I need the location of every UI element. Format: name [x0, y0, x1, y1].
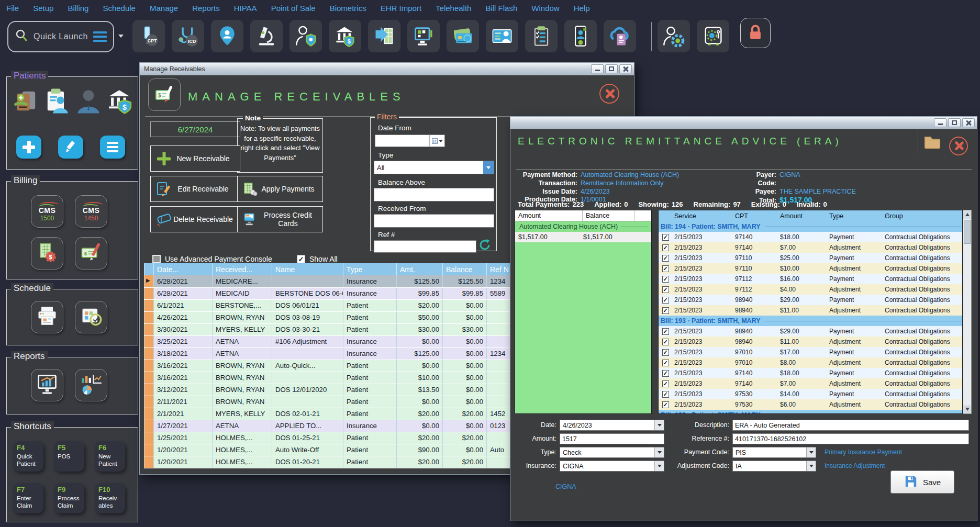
row-selector[interactable] — [144, 311, 154, 323]
line-checkbox[interactable] — [662, 276, 669, 283]
line-checkbox[interactable] — [662, 349, 669, 356]
shortcut-button[interactable]: F9 Process Claim — [54, 483, 84, 513]
telehealth-button[interactable] — [564, 20, 597, 52]
row-selector[interactable] — [144, 396, 154, 408]
menu-item[interactable]: Reports — [192, 4, 220, 13]
mr-close-icon-button[interactable] — [599, 84, 619, 104]
era-line-row[interactable]: 2/15/2023 97530 $14.00 Payment Contractu… — [659, 389, 963, 399]
menu-item[interactable]: Window — [531, 4, 559, 13]
current-date-field[interactable]: 6/27/2024 — [150, 121, 240, 137]
statements-button[interactable]: $ — [31, 237, 63, 270]
era-line-row[interactable]: 2/15/2023 97530 $6.00 Adjustment Contrac… — [659, 399, 963, 410]
column-header[interactable]: Service — [672, 210, 733, 221]
quick-launch-dropdown-caret[interactable] — [118, 35, 124, 38]
column-header[interactable]: Type — [827, 210, 883, 221]
column-header[interactable]: Received... — [213, 263, 272, 275]
tasks-checklist-button[interactable] — [525, 20, 558, 52]
line-checkbox[interactable] — [662, 328, 669, 335]
report-viewer-button[interactable] — [31, 369, 63, 401]
payment-code-select[interactable]: PIS — [732, 447, 816, 458]
era-line-row[interactable]: 2/15/2023 97112 $16.00 Payment Contractu… — [659, 274, 963, 284]
era-line-row[interactable]: 2/15/2023 97140 $18.00 Payment Contractu… — [659, 232, 963, 242]
reference-input[interactable] — [732, 433, 969, 444]
column-header[interactable]: Group — [883, 210, 963, 221]
line-checkbox[interactable] — [662, 380, 669, 387]
type-filter-select[interactable]: All — [374, 161, 494, 174]
close-button[interactable] — [962, 118, 975, 127]
era-titlebar[interactable] — [510, 117, 977, 129]
row-selector[interactable] — [144, 275, 154, 287]
row-selector[interactable] — [144, 299, 154, 311]
print-schedule-button[interactable] — [31, 301, 63, 333]
mr-titlebar[interactable]: Manage Receivables — [140, 63, 634, 75]
shortcut-button[interactable]: F5 POS — [54, 441, 84, 472]
minimize-button[interactable] — [934, 118, 946, 127]
row-selector[interactable] — [144, 456, 154, 468]
line-checkbox[interactable] — [662, 339, 669, 345]
era-line-row[interactable]: 2/15/2023 98940 $11.00 Adjustment Contra… — [659, 337, 963, 347]
open-folder-button[interactable] — [918, 131, 942, 153]
date-from-calendar-button[interactable] — [429, 134, 445, 147]
row-selector[interactable] — [144, 360, 154, 372]
menu-item[interactable]: Manage — [150, 4, 178, 13]
shortcut-button[interactable]: F4 Quick Patient — [13, 441, 43, 472]
line-checkbox[interactable] — [662, 401, 669, 408]
line-checkbox[interactable] — [662, 391, 669, 398]
payment-row[interactable]: $1,517.00 $1,517.00 — [515, 232, 651, 242]
patient-accounts-icon[interactable]: $ — [106, 87, 133, 115]
shortcut-button[interactable]: F10 Receiv-ables — [95, 483, 125, 513]
era-line-row[interactable]: 2/15/2023 98940 $29.00 Payment Contractu… — [659, 295, 963, 305]
labs-button[interactable] — [250, 20, 283, 52]
column-header[interactable]: CPT — [733, 210, 778, 221]
menu-item[interactable]: HIPAA — [234, 4, 257, 13]
row-selector[interactable] — [144, 384, 154, 396]
minimize-button[interactable] — [591, 64, 604, 73]
line-checkbox[interactable] — [662, 297, 669, 304]
menu-item[interactable]: EHR Import — [381, 4, 421, 13]
patient-id-button[interactable] — [486, 20, 518, 52]
user-settings-button[interactable] — [658, 20, 690, 52]
era-line-row[interactable]: 2/15/2023 97110 $25.00 Payment Contractu… — [659, 253, 963, 263]
row-selector[interactable] — [144, 323, 154, 335]
edit-receivable-button[interactable]: Edit Receivable — [150, 176, 240, 202]
row-selector[interactable] — [144, 287, 154, 299]
amount-input[interactable] — [560, 433, 664, 444]
date-from-input[interactable] — [375, 134, 429, 147]
scroll-up-arrow[interactable] — [963, 210, 971, 219]
type-select[interactable]: Check — [560, 447, 664, 458]
row-selector[interactable] — [144, 372, 154, 384]
cms-1500-button[interactable]: CMS1500 — [31, 195, 63, 228]
menu-item[interactable]: Telehealth — [436, 4, 471, 13]
menu-item[interactable]: Bill Flash — [485, 4, 517, 13]
line-checkbox[interactable] — [662, 234, 669, 241]
era-line-row[interactable]: 2/15/2023 97010 $8.00 Adjustment Contrac… — [659, 357, 963, 368]
print-checks-button[interactable]: $ — [75, 237, 107, 270]
scroll-down-arrow[interactable] — [963, 405, 971, 413]
row-selector[interactable] — [144, 335, 154, 347]
maximize-button[interactable] — [605, 64, 618, 73]
lock-button[interactable] — [740, 18, 771, 48]
new-receivable-button[interactable]: New Receivable — [150, 145, 240, 172]
chevron-down-icon[interactable] — [806, 447, 816, 457]
patient-security-button[interactable] — [289, 20, 322, 52]
credit-cards-button[interactable] — [447, 20, 479, 52]
column-header[interactable]: Amt. — [397, 263, 443, 275]
appointments-button[interactable] — [75, 301, 107, 333]
description-input[interactable] — [732, 420, 969, 431]
column-header[interactable]: Amount — [778, 210, 827, 221]
era-close-icon-button[interactable] — [949, 137, 968, 155]
chevron-down-icon[interactable] — [654, 447, 664, 457]
era-line-row[interactable]: 2/15/2023 98940 $11.00 Adjustment Contra… — [659, 305, 963, 316]
point-of-sale-button[interactable] — [407, 20, 440, 52]
cms-1450-button[interactable]: CMS1450 — [75, 195, 107, 228]
balance-above-input[interactable] — [374, 188, 494, 201]
row-selector[interactable] — [144, 444, 154, 456]
menu-item[interactable]: Billing — [68, 4, 88, 13]
banking-button[interactable]: $ — [329, 20, 361, 52]
era-line-row[interactable]: 2/15/2023 97110 $10.00 Adjustment Contra… — [659, 263, 963, 274]
row-selector[interactable] — [144, 408, 154, 420]
column-header[interactable]: Type — [343, 263, 397, 275]
menu-item[interactable]: Point of Sale — [271, 4, 316, 13]
row-selector[interactable] — [144, 420, 154, 432]
cpt-codes-button[interactable]: CPT — [132, 20, 165, 52]
